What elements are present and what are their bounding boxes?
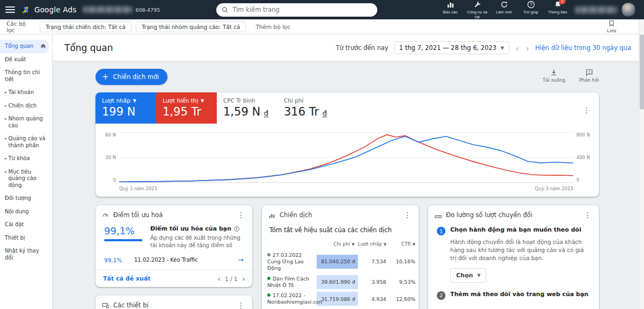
info-icon[interactable]: i bbox=[234, 226, 239, 232]
save-filter-button[interactable]: Lưu bbox=[602, 19, 621, 34]
app-body: Tổng quan Đề xuất Thông tin chi tiết ▸Tà… bbox=[0, 34, 644, 309]
expand-icon: ▸ bbox=[5, 170, 7, 175]
help-icon: ? bbox=[527, 1, 535, 9]
avatar[interactable] bbox=[621, 3, 635, 17]
metric-impressions[interactable]: Lượt hiển thị▼ 1,95 Tr bbox=[156, 92, 217, 124]
add-filter-button[interactable]: Thêm bộ lọc bbox=[250, 22, 296, 32]
google-ads-logo[interactable]: Google Ads bbox=[21, 5, 77, 15]
brand-name: Google Ads bbox=[34, 5, 77, 14]
card-menu-button[interactable]: ⋮ bbox=[400, 210, 414, 220]
prev-period-button[interactable]: ‹ bbox=[515, 44, 519, 52]
choose-action-dropdown[interactable]: Chọn ▼ bbox=[450, 268, 486, 283]
card-menu-button[interactable]: ⋮ bbox=[234, 210, 248, 220]
download-icon bbox=[550, 69, 558, 76]
chart-card-menu-button[interactable]: ⋮ bbox=[580, 97, 594, 124]
page-title: Tổng quan bbox=[64, 42, 113, 53]
chevron-down-icon: ▼ bbox=[477, 273, 480, 278]
sidebar-item-audiences[interactable]: Đối tượng bbox=[0, 192, 52, 205]
content-area: + Chiến dịch mới Tải xuống Phản hồi bbox=[53, 61, 644, 309]
card-menu-button[interactable]: ⋮ bbox=[581, 210, 595, 220]
card-menu-button[interactable]: ⋮ bbox=[234, 300, 248, 309]
measure-icon bbox=[435, 212, 442, 219]
tools-icon bbox=[473, 1, 481, 9]
step-2: 2 Thêm mã theo dõi vào trang web của bạn bbox=[437, 291, 590, 300]
devices-card: Các thiết bị ⋮ bbox=[96, 296, 252, 309]
campaign-status-filter-chip[interactable]: Trạng thái chiến dịch: Tất cả bbox=[40, 21, 131, 32]
sidebar-item-campaigns[interactable]: ▸Chiến dịch bbox=[0, 99, 52, 113]
metric-clicks[interactable]: Lượt nhấp▼ 199 N bbox=[96, 92, 156, 124]
adgroup-status-filter-chip[interactable]: Trạng thái nhóm quảng cáo: Tất cả bbox=[136, 21, 246, 32]
search-box[interactable] bbox=[216, 3, 377, 17]
sidebar-item-change-history[interactable]: Nhật ký thay đổi bbox=[0, 245, 52, 264]
all-recommendations-link[interactable]: Tất cả đề xuất bbox=[103, 275, 151, 282]
page-header: Tổng quan Từ trước đến nay 1 thg 7, 2021… bbox=[53, 34, 644, 61]
filter-bar: Các bộ lọc Trạng thái chiến dịch: Tất cả… bbox=[0, 19, 644, 34]
sidebar-item-insights[interactable]: Thông tin chi tiết bbox=[0, 66, 52, 86]
sidebar-item-devices[interactable]: Thiết bị bbox=[0, 232, 52, 245]
sidebar-item-dynamic-ad-targets[interactable]: ▸Mục tiêu quảng cáo động bbox=[0, 166, 52, 192]
sidebar-item-settings[interactable]: Cài đặt bbox=[0, 218, 52, 232]
chevron-down-icon: ▼ bbox=[201, 98, 204, 103]
campaign-row[interactable]: Dán Film Cách Nhiệt Ô Tô 39.601.990 đ 3.… bbox=[262, 274, 419, 291]
svg-text:?: ? bbox=[530, 2, 532, 7]
metric-cost[interactable]: Chi phí 316 Tr đ bbox=[277, 92, 338, 124]
actions-row: + Chiến dịch mới Tải xuống Phản hồi bbox=[96, 69, 599, 85]
sidebar-item-accounts[interactable]: ▸Tài khoản bbox=[0, 86, 52, 99]
optimization-body: 99,1% Điểm tối ưu hóa của bạni Áp dụng c… bbox=[96, 224, 252, 249]
sidebar-item-ads-assets[interactable]: ▸Quảng cáo và thành phần bbox=[0, 132, 52, 152]
campaign-row[interactable]: 27.03.2022 Cung Ứng Lao Động 81.040.250 … bbox=[262, 250, 419, 274]
reports-button[interactable]: Báo cáo bbox=[438, 0, 463, 16]
date-range-picker[interactable]: 1 thg 7, 2021 — 28 thg 6, 2023 ▼ bbox=[394, 41, 510, 54]
notifications-button[interactable]: 1 Thông báo bbox=[545, 0, 570, 16]
conversion-body: 1 Chọn hành động mà bạn muốn theo dõi Hà… bbox=[428, 224, 599, 309]
sidebar: Tổng quan Đề xuất Thông tin chi tiết ▸Tà… bbox=[0, 34, 53, 309]
new-campaign-button[interactable]: + Chiến dịch mới bbox=[96, 69, 167, 85]
tools-button[interactable]: Công cụ và cài bbox=[465, 0, 489, 20]
refresh-button[interactable]: Làm mới bbox=[492, 0, 516, 16]
status-active-icon bbox=[267, 293, 270, 297]
page-next-button[interactable]: › bbox=[243, 275, 245, 282]
metric-avg-cpc[interactable]: CPC Tr bình 1,59 N đ bbox=[217, 92, 277, 124]
campaigns-card: Chiến dịch ⋮ Tóm tắt về hiệu suất của cá… bbox=[262, 205, 419, 309]
sidebar-item-overview[interactable]: Tổng quan bbox=[0, 40, 49, 53]
optimization-score: 99,1% bbox=[104, 225, 143, 249]
google-ads-overview-page: Google Ads 608-4795 Báo cáo Công cụ và c… bbox=[0, 0, 644, 309]
recommendation-row[interactable]: 99,1% 11.02.2023 - Kéo Traffic → bbox=[96, 249, 252, 264]
optimization-text: Điểm tối ưu hóa của bạni Áp dụng các đề … bbox=[150, 225, 244, 249]
column-cost[interactable]: Chi phí ▼ bbox=[317, 239, 357, 250]
page-prev-button[interactable]: ‹ bbox=[218, 275, 220, 282]
metrics-row: Lượt nhấp▼ 199 N Lượt hiển thị▼ 1,95 Tr … bbox=[96, 92, 599, 124]
help-button[interactable]: ? Trợ giúp bbox=[518, 0, 543, 16]
status-active-icon bbox=[267, 277, 270, 280]
search-input[interactable] bbox=[232, 6, 372, 13]
column-ctr[interactable]: CTR ▼ bbox=[390, 239, 419, 250]
account-switcher[interactable]: 608-4795 bbox=[83, 6, 160, 13]
sidebar-item-content[interactable]: Nội dung bbox=[0, 205, 52, 219]
menu-icon[interactable] bbox=[5, 5, 15, 14]
sidebar-item-recommendations[interactable]: Đề xuất bbox=[0, 53, 52, 67]
status-paused-icon bbox=[267, 253, 270, 256]
x-axis: Quý 3 năm 2021 Quý 3 năm 2023 bbox=[96, 184, 599, 197]
download-button[interactable]: Tải xuống bbox=[543, 69, 565, 83]
optimization-score-card: Điểm tối ưu hoá ⋮ 99,1% Điểm tối ưu hóa … bbox=[96, 205, 252, 287]
left-card-column: Điểm tối ưu hoá ⋮ 99,1% Điểm tối ưu hóa … bbox=[96, 205, 252, 309]
vertical-scrollbar[interactable] bbox=[639, 19, 644, 309]
topbar-left: Google Ads 608-4795 bbox=[5, 5, 160, 15]
expand-icon: ▸ bbox=[5, 104, 7, 109]
feedback-button[interactable]: Phản hồi bbox=[579, 69, 599, 83]
y-axis-right: 800 N 400 N 0 bbox=[573, 132, 595, 183]
topbar-search-area bbox=[160, 3, 434, 17]
card-header: Đo lường số lượt chuyển đổi ⋮ bbox=[428, 205, 599, 224]
column-clicks[interactable]: Lượt nhấp ▼ bbox=[358, 239, 390, 250]
scrollbar-thumb[interactable] bbox=[640, 34, 644, 110]
search-icon bbox=[222, 6, 229, 13]
summary-cards-row: Điểm tối ưu hoá ⋮ 99,1% Điểm tối ưu hóa … bbox=[96, 205, 599, 309]
campaign-row[interactable]: 17.02.2022 - Nonbaohiemgiasi.con 31.719.… bbox=[262, 290, 419, 307]
show-last-30-days-link[interactable]: Hiện dữ liệu trong 30 ngày qua bbox=[535, 44, 631, 52]
sidebar-item-keywords[interactable]: ▸Từ khóa bbox=[0, 152, 52, 166]
open-recommendation-arrow[interactable]: → bbox=[238, 256, 244, 264]
performance-chart-card: Lượt nhấp▼ 199 N Lượt hiển thị▼ 1,95 Tr … bbox=[96, 92, 599, 197]
next-period-button[interactable]: › bbox=[525, 44, 530, 52]
sidebar-item-adgroups[interactable]: ▸Nhóm quảng cáo bbox=[0, 112, 52, 132]
bookmark-icon bbox=[608, 20, 615, 27]
